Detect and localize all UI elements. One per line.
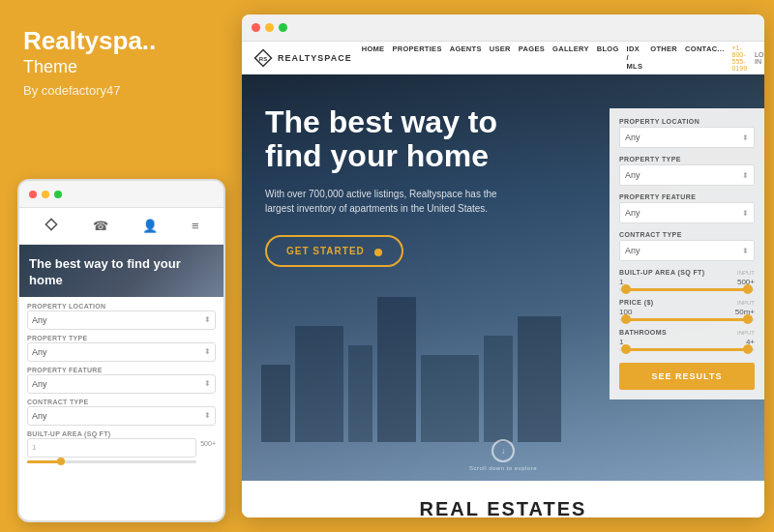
mobile-feature-select[interactable]: Any ⬍: [27, 374, 216, 394]
sp-builtup-label: BUILT-UP AREA (SQ FT): [619, 269, 705, 276]
nav-contact[interactable]: CONTAC...: [685, 44, 724, 71]
mobile-location-label: PROPERTY LOCATION: [27, 303, 216, 310]
mobile-builtup-group: BUILT-UP AREA (SQ FT) 1 500+: [27, 430, 216, 463]
mobile-logo-diamond: [44, 217, 59, 236]
sp-feature-label: PROPERTY FEATURE: [619, 193, 755, 200]
mobile-topbar: [19, 181, 223, 208]
mobile-feature-group: PROPERTY FEATURE Any ⬍: [27, 367, 216, 394]
sp-feature-group: PROPERTY FEATURE Any ⬍: [619, 193, 755, 223]
mobile-form: PROPERTY LOCATION Any ⬍ PROPERTY TYPE An…: [19, 297, 223, 474]
nav-home[interactable]: HOME: [362, 44, 385, 71]
theme-title: Realtyspа..: [23, 27, 214, 55]
sp-location-select[interactable]: Any ⬍: [619, 127, 755, 148]
cta-dot: [374, 249, 382, 256]
bottom-title: REAL ESTATES: [420, 498, 587, 518]
mobile-contract-group: CONTRACT TYPE Any ⬍: [27, 399, 216, 426]
sp-contract-select[interactable]: Any ⬍: [619, 240, 755, 261]
nav-user[interactable]: USER: [490, 44, 511, 71]
sp-bathrooms-label: BATHROOMS: [619, 329, 667, 336]
nav-properties[interactable]: PROPERTIES: [392, 44, 441, 71]
sp-price-thumb-right[interactable]: [743, 314, 753, 324]
nav-blog[interactable]: BLOG: [597, 44, 619, 71]
mobile-phone-icon: ☎: [93, 219, 108, 233]
bottom-section: REAL ESTATES: [242, 481, 764, 517]
site-nav-items: HOME PROPERTIES AGENTS USER PAGES GALLER…: [362, 44, 725, 71]
sp-type-select[interactable]: Any ⬍: [619, 164, 755, 186]
scroll-arrow-icon: ↓: [501, 447, 505, 456]
mobile-dot-yellow: [42, 191, 49, 198]
sp-bathrooms-thumb-right[interactable]: [743, 344, 753, 354]
left-panel: Realtyspа.. Theme By codefactory47 ☎ 👤 ≡…: [0, 0, 237, 532]
nav-pages[interactable]: PAGES: [519, 44, 545, 71]
site-nav: RS REALTYSPACE HOME PROPERTIES AGENTS US…: [242, 42, 764, 74]
city-shapes: [242, 249, 610, 442]
sp-bathrooms-thumb-left[interactable]: [621, 344, 631, 354]
scroll-circle: ↓: [491, 439, 515, 462]
mobile-menu-icon: ≡: [192, 219, 199, 233]
sp-type-group: PROPERTY TYPE Any ⬍: [619, 156, 755, 186]
sp-builtup-thumb-right[interactable]: [743, 284, 753, 294]
mobile-location-group: PROPERTY LOCATION Any ⬍: [27, 303, 216, 330]
sp-bathrooms-input-label: INPUT: [737, 330, 755, 336]
sp-location-label: PROPERTY LOCATION: [619, 118, 755, 125]
mobile-dot-red: [29, 191, 37, 198]
svg-rect-0: [46, 219, 57, 229]
nav-idx[interactable]: IDX / MLS: [627, 44, 643, 71]
see-results-button[interactable]: SEE RESULTS: [619, 363, 755, 390]
scroll-indicator: ↓ Scroll down to explore: [469, 439, 537, 471]
mobile-contract-select[interactable]: Any ⬍: [27, 406, 216, 426]
sp-builtup-input-label: INPUT: [737, 270, 755, 276]
hero-title: The best way to find your home: [265, 105, 548, 173]
mobile-contract-label: CONTRACT TYPE: [27, 399, 216, 405]
browser-dot-red: [252, 23, 260, 32]
mobile-user-icon: 👤: [142, 219, 158, 233]
logo-text: REALTYSPACE: [278, 53, 352, 63]
nav-other[interactable]: OTHER: [650, 44, 677, 71]
scroll-text: Scroll down to explore: [469, 465, 537, 471]
sp-price-input-label: INPUT: [737, 300, 755, 306]
nav-agents[interactable]: AGENTS: [450, 44, 482, 71]
sp-price-slider[interactable]: [619, 318, 755, 321]
svg-text:RS: RS: [259, 56, 267, 62]
browser-dot-green: [279, 23, 287, 32]
hero-cta-button[interactable]: GET STARTED: [265, 235, 403, 267]
mobile-type-select[interactable]: Any ⬍: [27, 342, 216, 362]
sp-contract-label: CONTRACT TYPE: [619, 231, 755, 238]
browser-topbar: [242, 15, 764, 42]
logo-diamond-icon: RS: [253, 48, 273, 68]
sp-price-label: PRICE ($): [619, 299, 654, 306]
sp-builtup-group: BUILT-UP AREA (SQ FT) INPUT 1 500+: [619, 269, 755, 291]
mobile-builtup-max: 500+: [200, 430, 216, 447]
mobile-nav: ☎ 👤 ≡: [19, 208, 223, 245]
sp-type-label: PROPERTY TYPE: [619, 156, 755, 163]
site-logo: RS REALTYSPACE: [253, 48, 352, 68]
hero-content: The best way to find your home With over…: [242, 74, 571, 267]
author-label: By codefactory47: [23, 83, 214, 98]
nav-phone: +1-800-555-0199: [732, 44, 748, 72]
sp-builtup-thumb-left[interactable]: [621, 284, 631, 294]
sp-price-thumb-left[interactable]: [621, 314, 631, 324]
search-panel: PROPERTY LOCATION Any ⬍ PROPERTY TYPE An…: [610, 108, 764, 399]
browser-mockup: RS REALTYSPACE HOME PROPERTIES AGENTS US…: [242, 15, 764, 517]
mobile-builtup-select[interactable]: 1: [27, 438, 196, 458]
mobile-mockup: ☎ 👤 ≡ The best way to find your home PRO…: [17, 179, 225, 522]
sp-builtup-slider[interactable]: [619, 288, 755, 291]
hero-section: The best way to find your home With over…: [242, 74, 764, 481]
mobile-dot-green: [54, 191, 62, 198]
sp-contract-group: CONTRACT TYPE Any ⬍: [619, 231, 755, 261]
nav-login[interactable]: LOG IN: [755, 51, 764, 65]
sp-price-group: PRICE ($) INPUT 100 50m+: [619, 299, 755, 321]
mobile-hero: The best way to find your home: [19, 245, 223, 297]
mobile-hero-text: The best way to find your home: [29, 256, 214, 289]
theme-subtitle: Theme: [23, 57, 214, 77]
hero-description: With over 700,000 active listings, Realt…: [265, 187, 517, 216]
nav-gallery[interactable]: GALLERY: [552, 44, 589, 71]
mobile-type-group: PROPERTY TYPE Any ⬍: [27, 335, 216, 362]
mobile-builtup-label: BUILT-UP AREA (SQ FT): [27, 430, 196, 437]
mobile-builtup-slider: [27, 460, 196, 463]
sp-bathrooms-group: BATHROOMS INPUT 1 4+: [619, 329, 755, 351]
sp-feature-select[interactable]: Any ⬍: [619, 202, 755, 223]
sp-location-group: PROPERTY LOCATION Any ⬍: [619, 118, 755, 148]
sp-bathrooms-slider[interactable]: [619, 348, 755, 351]
mobile-location-select[interactable]: Any ⬍: [27, 310, 216, 330]
